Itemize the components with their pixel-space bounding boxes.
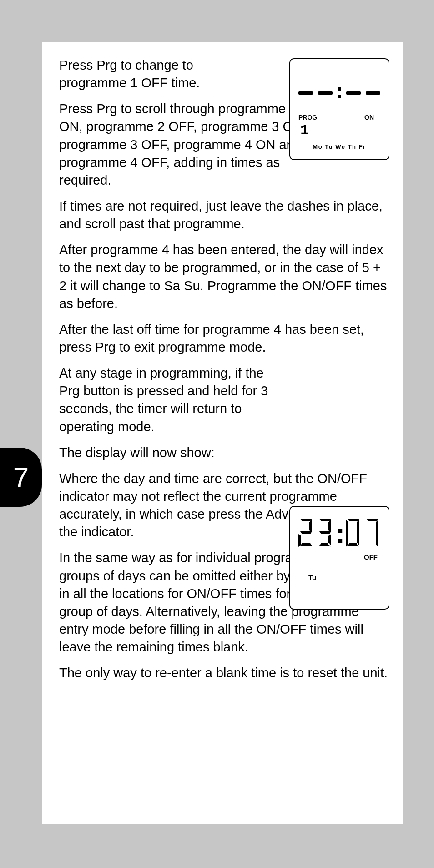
day-label: Tu [295, 561, 384, 581]
paragraph: The only way to re-enter a blank time is… [59, 664, 389, 682]
dash-icon [318, 91, 333, 95]
time-display: : [295, 511, 384, 550]
digit-7-icon [364, 518, 381, 550]
dash-icon [298, 91, 313, 95]
digit-0-icon [345, 518, 362, 550]
paragraph: The display will now show: [59, 444, 273, 462]
page-number: 7 [13, 461, 29, 494]
prog-label: PROG [298, 114, 317, 121]
off-label: OFF [295, 550, 384, 561]
page-number-tab: 7 [0, 448, 42, 507]
paragraph: After the last off time for programme 4 … [59, 321, 389, 356]
paragraph: Press Prg to scroll through programme 2 … [59, 100, 323, 189]
paragraph: At any stage in programming, if the Prg … [59, 364, 273, 436]
page-content: PROG ON 1 Mo Tu We Th Fr : OFF Tu Press … [42, 42, 403, 824]
prog-number: 1 [296, 121, 383, 139]
colon-icon [338, 87, 341, 98]
days-row: Mo Tu We Th Fr [296, 139, 383, 150]
digit-3-icon [317, 518, 334, 550]
paragraph: If times are not required, just leave th… [59, 197, 389, 233]
paragraph: After programme 4 has been entered, the … [59, 241, 389, 313]
dash-icon [366, 91, 380, 95]
on-label: ON [364, 114, 374, 121]
colon-icon: : [336, 520, 343, 547]
digit-2-icon [298, 518, 315, 550]
time-dashes [296, 70, 383, 98]
lcd-display-programming: PROG ON 1 Mo Tu We Th Fr [289, 58, 389, 160]
paragraph: Press Prg to change to programme 1 OFF t… [59, 56, 241, 92]
dash-icon [346, 91, 361, 95]
lcd-display-operating: : OFF Tu [289, 506, 389, 610]
